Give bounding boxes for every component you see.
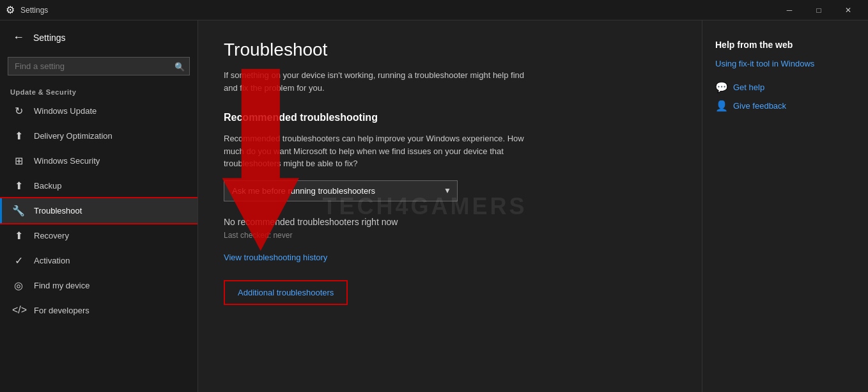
sidebar-item-delivery-optimization[interactable]: ⬆ Delivery Optimization (0, 123, 198, 148)
sidebar: ← Settings 🔍 Update & Security ↻ Windows… (0, 20, 198, 392)
sidebar-item-label: Windows Security (34, 156, 100, 166)
minimize-button[interactable]: ─ (775, 0, 804, 20)
app-container: ← Settings 🔍 Update & Security ↻ Windows… (0, 20, 868, 392)
recovery-icon: ⬆ (12, 230, 25, 242)
sidebar-item-label: Activation (34, 256, 70, 265)
backup-icon: ⬆ (12, 180, 25, 192)
search-box: 🔍 (8, 57, 190, 75)
sidebar-item-label: Troubleshoot (34, 206, 82, 216)
search-icon: 🔍 (174, 61, 185, 71)
sidebar-item-backup[interactable]: ⬆ Backup (0, 173, 198, 198)
sidebar-item-recovery[interactable]: ⬆ Recovery (0, 223, 198, 248)
windows-security-icon: ⊞ (12, 155, 25, 167)
give-feedback-link[interactable]: Give feedback (733, 101, 786, 111)
settings-icon: ⚙ (5, 5, 15, 15)
app-title: Settings (33, 33, 66, 43)
troubleshoot-icon: 🔧 (12, 205, 25, 217)
back-button[interactable]: ← (10, 28, 27, 47)
get-help-icon: 💬 (715, 81, 728, 93)
sidebar-header: ← Settings (0, 20, 198, 54)
find-my-device-icon: ◎ (12, 279, 25, 292)
sidebar-item-label: Delivery Optimization (34, 131, 112, 141)
get-help-item[interactable]: 💬 Get help (715, 81, 855, 93)
get-help-link[interactable]: Get help (733, 82, 764, 92)
sidebar-item-activation[interactable]: ✓ Activation (0, 248, 198, 273)
troubleshoot-dropdown[interactable]: Ask me before running troubleshooters Ru… (224, 180, 458, 201)
title-bar-controls: ─ □ ✕ (775, 0, 863, 20)
for-developers-icon: </> (12, 304, 25, 316)
last-checked-text: Last checked: never (224, 231, 676, 240)
right-panel: Help from the web Using fix-it tool in W… (702, 20, 868, 392)
recommended-description: Recommended troubleshooters can help imp… (224, 132, 531, 170)
give-feedback-item[interactable]: 👤 Give feedback (715, 100, 855, 112)
fix-it-link[interactable]: Using fix-it tool in Windows (715, 59, 855, 68)
section-label: Update & Security (0, 83, 198, 98)
main-content: Troubleshoot If something on your device… (198, 20, 702, 392)
sidebar-item-troubleshoot[interactable]: 🔧 Troubleshoot (0, 198, 198, 223)
help-title: Help from the web (715, 40, 855, 50)
dropdown-wrapper: Ask me before running troubleshooters Ru… (224, 180, 458, 201)
sidebar-item-find-my-device[interactable]: ◎ Find my device (0, 273, 198, 298)
view-history-link[interactable]: View troubleshooting history (224, 253, 327, 262)
sidebar-item-windows-update[interactable]: ↻ Windows Update (0, 98, 198, 123)
sidebar-item-label: Recovery (34, 231, 69, 240)
sidebar-item-windows-security[interactable]: ⊞ Windows Security (0, 148, 198, 173)
sidebar-item-label: Backup (34, 181, 61, 191)
title-bar: ⚙ Settings ─ □ ✕ (0, 0, 868, 20)
maximize-button[interactable]: □ (804, 0, 833, 20)
activation-icon: ✓ (12, 255, 25, 267)
windows-update-icon: ↻ (12, 105, 25, 117)
sidebar-item-label: For developers (34, 306, 89, 315)
additional-troubleshooters-button[interactable]: Additional troubleshooters (224, 280, 348, 305)
no-troubleshooters-text: No recommended troubleshooters right now (224, 217, 676, 227)
sidebar-item-for-developers[interactable]: </> For developers (0, 298, 198, 322)
sidebar-item-label: Find my device (34, 281, 89, 290)
sidebar-item-label: Windows Update (34, 106, 97, 116)
title-bar-title: Settings (20, 6, 775, 15)
delivery-optimization-icon: ⬆ (12, 130, 25, 142)
give-feedback-icon: 👤 (715, 100, 728, 112)
recommended-section-title: Recommended troubleshooting (224, 112, 676, 123)
page-title: Troubleshoot (224, 40, 676, 60)
close-button[interactable]: ✕ (833, 0, 863, 20)
search-input[interactable] (8, 57, 190, 75)
page-description: If something on your device isn't workin… (224, 69, 531, 94)
